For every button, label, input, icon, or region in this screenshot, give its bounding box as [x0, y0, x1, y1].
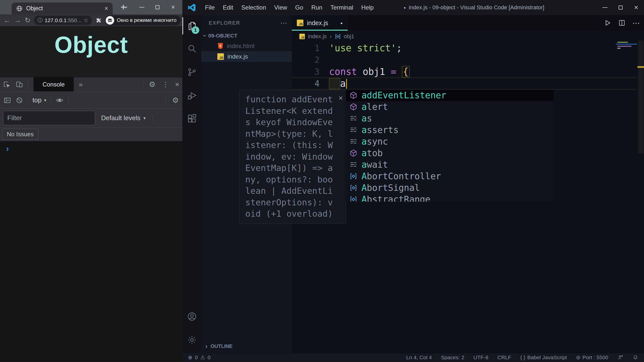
- modified-dot-icon[interactable]: ●: [340, 21, 343, 25]
- eol-sequence[interactable]: CRLF: [497, 354, 511, 360]
- editor-tabbar: JS index.js ● ⋯: [292, 15, 644, 31]
- site-info-icon[interactable]: ⓘ: [37, 17, 43, 24]
- more-tabs-icon[interactable]: »: [79, 80, 83, 88]
- default-levels-dropdown[interactable]: Default levels ▾: [101, 114, 146, 122]
- editor-tab-index-js[interactable]: JS index.js ●: [292, 15, 348, 31]
- activity-search-icon[interactable]: [182, 38, 201, 59]
- errors-icon: ⊗: [188, 354, 192, 360]
- address-bar[interactable]: ⓘ 127.0.0.1:550... ☆: [34, 16, 92, 25]
- context-selector[interactable]: top ▾: [32, 96, 46, 104]
- tab-console[interactable]: Console: [33, 77, 74, 92]
- clear-console-icon[interactable]: [16, 97, 23, 104]
- breadcrumb: JS index.js › obj1: [292, 31, 644, 42]
- browser-close-icon[interactable]: ×: [165, 0, 181, 14]
- code-line-4-current: 4 a: [292, 78, 636, 89]
- file-row-index-html[interactable]: 5 index.html: [201, 41, 292, 51]
- suggest-item-AbortController[interactable]: AbortController: [346, 170, 554, 182]
- devtools-tabbar-right: ⚙ ⋮ ×: [143, 80, 179, 89]
- suggest-item-AbortSignal[interactable]: AbortSignal: [346, 182, 554, 194]
- device-toolbar-icon[interactable]: [16, 81, 23, 88]
- activity-run-debug-icon[interactable]: [182, 85, 201, 106]
- page-heading: Object: [0, 26, 182, 58]
- eye-icon[interactable]: [56, 96, 64, 104]
- extension-puzzle-icon[interactable]: [95, 17, 101, 23]
- menu-edit[interactable]: Edit: [219, 0, 237, 15]
- settings-gear-icon[interactable]: [182, 329, 201, 350]
- console-sidebar-toggle-icon[interactable]: [4, 97, 11, 104]
- suggest-item-alert[interactable]: alert: [346, 101, 554, 113]
- vscode-close-icon[interactable]: ×: [628, 0, 644, 15]
- editor-scrollbar[interactable]: [638, 41, 643, 153]
- tab-close-icon[interactable]: ×: [104, 5, 108, 12]
- browser-window: Object × + › × ← → ↻ ⓘ 127.0.0.1:550... …: [0, 0, 182, 362]
- suggest-item-as[interactable]: as: [346, 113, 554, 124]
- menu-file[interactable]: File: [201, 0, 219, 15]
- doc-line: lean | AddEventLi: [245, 185, 343, 197]
- menubar: File Edit Selection View Go Run Terminal…: [201, 0, 378, 15]
- breadcrumb-file[interactable]: index.js: [308, 33, 327, 40]
- vscode-logo-icon: [182, 3, 201, 12]
- editor-more-actions-icon[interactable]: ⋯: [632, 19, 640, 27]
- keyword-icon: [349, 138, 357, 146]
- outline-section[interactable]: › OUTLINE: [201, 341, 292, 351]
- suggest-item-async[interactable]: async: [346, 136, 554, 147]
- activity-extensions-icon[interactable]: [182, 108, 201, 129]
- live-server-port[interactable]: ⊘ Port : 5500: [576, 354, 608, 360]
- browser-maximize-icon[interactable]: [150, 0, 165, 14]
- devtools-settings-gear-icon[interactable]: ⚙: [149, 80, 156, 89]
- feedback-icon[interactable]: [617, 354, 623, 360]
- menu-help[interactable]: Help: [357, 0, 378, 15]
- browser-minimize-icon[interactable]: [134, 0, 150, 14]
- explorer-actions-icon[interactable]: ⋯: [280, 19, 288, 27]
- menu-go[interactable]: Go: [291, 0, 307, 15]
- encoding[interactable]: UTF-8: [473, 354, 489, 360]
- errors-count: 0: [195, 354, 198, 360]
- back-icon[interactable]: ←: [4, 17, 11, 24]
- menu-run[interactable]: Run: [307, 0, 326, 15]
- file-row-index-js[interactable]: JS index.js: [201, 51, 292, 62]
- problems-status[interactable]: ⊗ 0 ⚠ 0: [188, 354, 211, 360]
- suggest-item-addEventListener[interactable]: addEventListener: [346, 89, 554, 101]
- code-line-2: 2: [292, 54, 636, 66]
- no-issues-badge[interactable]: No Issues: [2, 129, 38, 140]
- suggest-item-atob[interactable]: atob: [346, 147, 554, 159]
- menu-selection[interactable]: Selection: [237, 0, 270, 15]
- divider: [51, 96, 51, 104]
- divider: [28, 80, 28, 88]
- vscode-maximize-icon[interactable]: [613, 0, 628, 15]
- activity-source-control-icon[interactable]: [182, 62, 201, 83]
- breadcrumb-symbol[interactable]: obj1: [344, 33, 354, 40]
- language-mode[interactable]: { } Babel JavaScript: [520, 354, 567, 360]
- console-filter-input[interactable]: [3, 111, 95, 125]
- symbol-class-icon: [335, 33, 341, 39]
- activity-explorer-icon[interactable]: 1: [182, 15, 201, 36]
- menu-view[interactable]: View: [270, 0, 291, 15]
- minimap-selection-line: [616, 44, 637, 44]
- tooltip-close-icon[interactable]: ×: [338, 92, 343, 104]
- console-output[interactable]: ›: [0, 141, 182, 362]
- minimap[interactable]: [616, 41, 637, 66]
- menu-terminal[interactable]: Terminal: [326, 0, 357, 15]
- folder-row[interactable]: › 09-OBJECT: [201, 31, 292, 41]
- browser-tab[interactable]: Object ×: [12, 3, 113, 14]
- console-settings-gear-icon[interactable]: ⚙: [172, 96, 179, 105]
- account-icon[interactable]: [182, 306, 201, 327]
- cursor-position[interactable]: Ln 4, Col 4: [406, 354, 432, 360]
- vscode-window-controls: ×: [597, 0, 644, 15]
- notifications-bell-icon[interactable]: [632, 354, 638, 360]
- forward-icon[interactable]: →: [14, 17, 21, 24]
- indentation[interactable]: Spaces: 2: [441, 354, 464, 360]
- suggest-item-await[interactable]: await: [346, 159, 554, 170]
- devtools-close-icon[interactable]: ×: [175, 80, 179, 89]
- reload-icon[interactable]: ↻: [25, 17, 30, 24]
- suggest-item-asserts[interactable]: asserts: [346, 124, 554, 136]
- doc-line: s keyof WindowEve: [245, 117, 343, 128]
- run-file-icon[interactable]: [604, 19, 611, 27]
- bookmark-star-icon[interactable]: ☆: [83, 17, 89, 24]
- suggest-item-AbstractRange[interactable]: AbstractRange: [346, 194, 554, 202]
- vscode-minimize-icon[interactable]: [597, 0, 613, 15]
- split-editor-icon[interactable]: [618, 19, 625, 26]
- browser-menu-chevron-icon[interactable]: ›: [118, 0, 134, 14]
- inspect-element-icon[interactable]: [3, 81, 11, 88]
- devtools-kebab-menu-icon[interactable]: ⋮: [162, 80, 169, 88]
